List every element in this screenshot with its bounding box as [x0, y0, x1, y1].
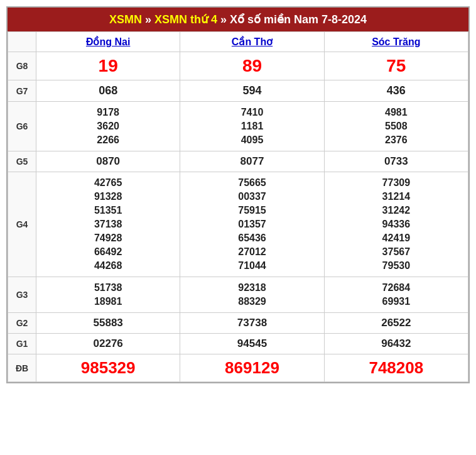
g4-st-2: 31242 — [327, 204, 465, 217]
db-cantho: 869129 — [180, 354, 324, 382]
row-g3: G3 51738 18981 92318 88329 72684 — [8, 277, 468, 313]
g4-ct-3: 01357 — [183, 217, 321, 231]
g4-dn-3: 37138 — [39, 217, 177, 231]
g3-ct-1: 88329 — [183, 295, 321, 309]
g6-dongnai: 9178 3620 2266 — [36, 102, 180, 151]
g6-ct-2: 4095 — [183, 133, 321, 147]
g4-dn-5: 66492 — [39, 245, 177, 259]
row-db: ĐB 985329 869129 748208 — [8, 354, 468, 382]
g3-st-1: 69931 — [327, 295, 465, 309]
g2-soctrang: 26522 — [324, 313, 468, 334]
row-g7: G7 068 594 436 — [8, 80, 468, 102]
row-g1: G1 02276 94545 96432 — [8, 334, 468, 354]
g4-st-3: 94336 — [327, 217, 465, 231]
xsmn-brand1: XSMN — [109, 13, 142, 26]
g6-dn-2: 2266 — [39, 133, 177, 147]
g7-soctrang: 436 — [324, 80, 468, 102]
g4-st-0: 77309 — [327, 176, 465, 190]
row-g2: G2 55883 73738 26522 — [8, 313, 468, 334]
header-row: Đồng Nai Cần Thơ Sóc Trăng — [8, 32, 468, 52]
g4-st-4: 42419 — [327, 231, 465, 245]
g4-dongnai: 42765 91328 51351 37138 74928 66492 4426… — [36, 172, 180, 277]
g6-dn-1: 3620 — [39, 119, 177, 133]
g4-dn-4: 74928 — [39, 231, 177, 245]
g2-dongnai: 55883 — [36, 313, 180, 334]
g6-st-0: 4981 — [327, 106, 465, 119]
g4-st-6: 79530 — [327, 259, 465, 273]
label-g5: G5 — [8, 151, 36, 172]
main-container: XSMN » XSMN thứ 4 » Xổ số miền Nam 7-8-2… — [6, 6, 470, 383]
g3-soctrang: 72684 69931 — [324, 277, 468, 313]
g4-st-5: 37567 — [327, 245, 465, 259]
label-g1: G1 — [8, 334, 36, 354]
g2-cantho: 73738 — [180, 313, 324, 334]
label-g4: G4 — [8, 172, 36, 277]
g4-cantho: 75665 00337 75915 01357 65436 27012 7104… — [180, 172, 324, 277]
g4-ct-1: 00337 — [183, 190, 321, 204]
g4-ct-4: 65436 — [183, 231, 321, 245]
g4-dn-6: 44268 — [39, 259, 177, 273]
g3-dongnai: 51738 18981 — [36, 277, 180, 313]
label-g6: G6 — [8, 102, 36, 151]
g6-dn-0: 9178 — [39, 106, 177, 119]
g6-ct-1: 1181 — [183, 119, 321, 133]
g6-st-1: 5508 — [327, 119, 465, 133]
g4-dn-2: 51351 — [39, 204, 177, 217]
label-g7: G7 — [8, 80, 36, 102]
col-header-cantho[interactable]: Cần Thơ — [180, 32, 324, 52]
g1-dongnai: 02276 — [36, 334, 180, 354]
lottery-table: Đồng Nai Cần Thơ Sóc Trăng G8 19 89 75 G… — [8, 31, 468, 382]
label-g3: G3 — [8, 277, 36, 313]
g4-dn-0: 42765 — [39, 176, 177, 190]
col-header-soctrang[interactable]: Sóc Trăng — [324, 32, 468, 52]
col-header-dongnai[interactable]: Đồng Nai — [36, 32, 180, 52]
g4-soctrang: 77309 31214 31242 94336 42419 37567 7953… — [324, 172, 468, 277]
g3-dn-0: 51738 — [39, 281, 177, 295]
db-dongnai: 985329 — [36, 354, 180, 382]
page-title: Xổ số miền Nam 7-8-2024 — [230, 13, 367, 26]
g4-st-1: 31214 — [327, 190, 465, 204]
page-header: XSMN » XSMN thứ 4 » Xổ số miền Nam 7-8-2… — [8, 8, 468, 31]
g8-cantho: 89 — [180, 52, 324, 80]
sep2: » — [217, 13, 230, 26]
g4-ct-5: 27012 — [183, 245, 321, 259]
col-header-label — [8, 32, 36, 52]
row-g6: G6 9178 3620 2266 7410 1181 4095 — [8, 102, 468, 151]
row-g5: G5 0870 8077 0733 — [8, 151, 468, 172]
g7-cantho: 594 — [180, 80, 324, 102]
g4-dn-1: 91328 — [39, 190, 177, 204]
g4-ct-2: 75915 — [183, 204, 321, 217]
g4-ct-6: 71044 — [183, 259, 321, 273]
label-g8: G8 — [8, 52, 36, 80]
sep1: » — [142, 13, 154, 26]
g6-cantho: 7410 1181 4095 — [180, 102, 324, 151]
label-g2: G2 — [8, 313, 36, 334]
xsmn-thu4: XSMN thứ 4 — [154, 13, 217, 26]
g3-st-0: 72684 — [327, 281, 465, 295]
g7-dongnai: 068 — [36, 80, 180, 102]
g1-soctrang: 96432 — [324, 334, 468, 354]
g5-cantho: 8077 — [180, 151, 324, 172]
g3-ct-0: 92318 — [183, 281, 321, 295]
g3-dn-1: 18981 — [39, 295, 177, 309]
g4-ct-0: 75665 — [183, 176, 321, 190]
g8-dongnai: 19 — [36, 52, 180, 80]
g8-soctrang: 75 — [324, 52, 468, 80]
row-g4: G4 42765 91328 51351 37138 74928 66492 4… — [8, 172, 468, 277]
row-g8: G8 19 89 75 — [8, 52, 468, 80]
g5-dongnai: 0870 — [36, 151, 180, 172]
g6-ct-0: 7410 — [183, 106, 321, 119]
g3-cantho: 92318 88329 — [180, 277, 324, 313]
g6-st-2: 2376 — [327, 133, 465, 147]
g6-soctrang: 4981 5508 2376 — [324, 102, 468, 151]
db-soctrang: 748208 — [324, 354, 468, 382]
g1-cantho: 94545 — [180, 334, 324, 354]
g5-soctrang: 0733 — [324, 151, 468, 172]
label-db: ĐB — [8, 354, 36, 382]
